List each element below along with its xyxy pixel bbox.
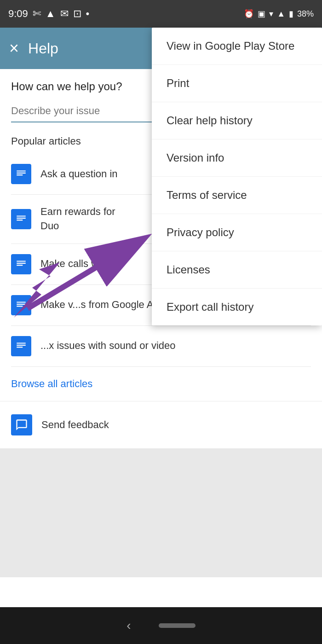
status-right: ⏰ ▣ ▾ ▲ ▮ 38%: [244, 9, 314, 19]
feedback-icon: [11, 414, 32, 435]
article-text: Earn rewards forDuo: [40, 205, 115, 233]
browse-all-link[interactable]: Browse all articles: [11, 367, 311, 401]
feedback-label: Send feedback: [41, 419, 109, 431]
signal-icon: ▲: [277, 9, 285, 19]
battery-percent: 38%: [297, 9, 314, 19]
status-left: 9:09 ✄ ▲ ✉ ⊡ •: [8, 8, 89, 20]
dot-icon: •: [86, 8, 90, 20]
wifi-icon: ▾: [269, 9, 273, 19]
send-feedback-section[interactable]: Send feedback: [0, 401, 322, 448]
dropdown-item-privacy[interactable]: Privacy policy: [152, 214, 322, 251]
bottom-gray-area: [0, 448, 322, 577]
article-icon: [11, 254, 31, 274]
app-title: Help: [28, 40, 58, 57]
status-bar: 9:09 ✄ ▲ ✉ ⊡ • ⏰ ▣ ▾ ▲ ▮ 38%: [0, 0, 322, 28]
list-item[interactable]: ...x issues with sound or video: [11, 326, 311, 367]
article-text: Make calls with G: [40, 257, 120, 271]
dropdown-item-version-info[interactable]: Version info: [152, 139, 322, 177]
article-icon: [11, 336, 31, 356]
article-text: ...x issues with sound or video: [40, 339, 175, 353]
article-text: Ask a question in: [40, 167, 118, 181]
article-icon: [11, 295, 31, 315]
home-pill[interactable]: [159, 623, 196, 628]
dropdown-item-print[interactable]: Print: [152, 65, 322, 102]
bottom-navigation-bar: ‹: [0, 607, 322, 644]
dropdown-item-clear-history[interactable]: Clear help history: [152, 102, 322, 139]
tools-icon: ✄: [33, 8, 41, 20]
dropdown-item-terms[interactable]: Terms of service: [152, 177, 322, 214]
article-icon: [11, 164, 31, 184]
battery-icon: ▮: [289, 9, 293, 19]
alert-icon: ▲: [46, 8, 56, 20]
dropdown-item-export[interactable]: Export call history: [152, 289, 322, 325]
dropdown-menu: View in Google Play Store Print Clear he…: [152, 28, 322, 325]
mail-icon: ✉: [60, 8, 69, 20]
camera-icon: ⊡: [73, 8, 81, 20]
cast-icon: ▣: [258, 9, 265, 19]
dropdown-item-licenses[interactable]: Licenses: [152, 251, 322, 289]
close-button[interactable]: ×: [9, 39, 19, 58]
time-display: 9:09: [8, 8, 28, 20]
back-button[interactable]: ‹: [126, 618, 131, 633]
article-icon: [11, 209, 31, 229]
alarm-icon: ⏰: [244, 9, 254, 19]
dropdown-item-google-play[interactable]: View in Google Play Store: [152, 28, 322, 65]
